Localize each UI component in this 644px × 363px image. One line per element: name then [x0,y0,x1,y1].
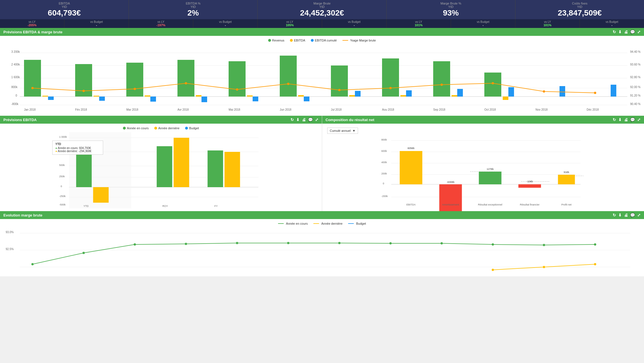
legend-revenus-dot [268,39,271,42]
evolution-section: Evolution marge brute ↻ ⬇ 🖨 💬 ⤢ Année en… [0,211,644,276]
comment-icon[interactable]: 💬 [630,30,635,34]
evolution-chart-area: Année en cours Année dernière Budget 93.… [0,219,644,276]
evolution-icons[interactable]: ↻ ⬇ 🖨 💬 ⤢ [613,213,641,217]
download-icon-3[interactable]: ⬇ [618,117,622,122]
comment-icon-3[interactable]: 💬 [630,117,635,122]
expand-icon-3[interactable]: ⤢ [637,117,641,122]
kpi-ebitda-sublabel: YtD [3,5,126,8]
vs-ebitda-budget-label: vs Budget [67,20,126,23]
download-icon[interactable]: ⬇ [618,30,622,34]
previsions-icons[interactable]: ↻ ⬇ 🖨 💬 ⤢ [613,30,641,34]
tooltip-annee-derniere: ● Année dernière: -294,368€ [55,150,100,153]
ev-dot-mai-cours [236,242,238,244]
comment-icon-4[interactable]: 💬 [630,213,635,217]
vs-marge-pct-budget-val: - [453,23,513,27]
bar-cumul-jan [48,97,54,100]
download-icon-2[interactable]: ⬇ [296,117,300,122]
y-right-9040: 90.40 % [630,102,641,106]
print-icon-4[interactable]: 🖨 [624,213,628,217]
evolution-svg: 93.0% 92.5% [3,228,644,273]
ytd-annee-cours-bar [76,153,92,187]
comp-except-bar [479,172,502,184]
kpi-ebitda-label: EBITDA [3,2,126,5]
vs-couts-budget-val: - [582,23,642,27]
refresh-icon[interactable]: ↻ [613,30,616,34]
bar-cumul-avr [201,97,207,102]
svg-text:400k: 400k [381,161,387,164]
x-ytd: YTD [84,205,89,207]
kpi-ebitda-value: 604,793€ [3,8,126,18]
y-label-2400k: 2 400k [11,63,20,66]
vs-marge-ly-label: vs LY [260,20,320,23]
refresh-icon-2[interactable]: ↻ [290,117,294,122]
y-label-800k: 800k [11,86,18,89]
kpi-couts-fixes-value: 23,847,509€ [518,8,641,18]
ev-dot-nov-derniere [543,266,545,268]
bar-revenus-avr [177,60,194,97]
x-roy: ROY [162,205,168,207]
dot-jul [338,89,341,91]
composition-dropdown[interactable]: Cumulé annuel ▼ [327,128,358,134]
ev-dot-nov-cours [543,244,545,246]
tooltip-annee-derniere-val: -294,368€ [79,150,91,153]
svg-text:200k: 200k [381,172,387,175]
legend-budget: Budget [185,126,199,130]
legend-ev-budget-line [348,223,354,224]
legend-annee-derniere: Année dernière [154,126,179,130]
legend-ebitda-cumul: EBITDA cumulé [311,39,337,42]
legend-annee-derniere-label: Année dernière [158,126,179,130]
y-right-9120: 91.20 % [630,94,641,97]
vs-ebitda-pct-ly-label: vs LY [131,20,191,23]
previsions-chart-svg: 3 200k 2 400k 1 600k 800k 0 -800k 94.40 … [3,44,644,112]
x-dec: Déc 2018 [587,108,599,111]
svg-text:600k: 600k [381,150,387,152]
x-nov: Nov 2018 [535,108,548,111]
kpi-ebitda-pct-label: EBITDA % [132,2,255,5]
expand-icon[interactable]: ⤢ [637,30,641,34]
refresh-icon-4[interactable]: ↻ [613,213,616,217]
vs-row: vs LY -205% vs Budget - vs LY -197% vs B… [0,19,644,28]
bar-ebitda-jan [42,96,48,97]
ev-dot-aou-cours [389,242,392,244]
comment-icon-2[interactable]: 💬 [308,117,313,122]
previsions-ebitda-icons[interactable]: ↻ ⬇ 🖨 💬 ⤢ [290,117,318,122]
expand-icon-4[interactable]: ⤢ [637,213,641,217]
bar-ebitda-avr [196,95,201,97]
bar-cumul-aou [406,90,412,97]
dot-jun [287,83,289,85]
dot-nov [543,90,545,93]
composition-section: Composition du résultat net ↻ ⬇ 🖨 💬 ⤢ Cu… [322,116,644,211]
legend-ev-annee-derniere-label: Année dernière [321,222,342,225]
x-ebitda: EBITDA [406,203,416,206]
x-amort: Amortissement [442,203,459,206]
ev-dot-avr-cours [185,243,187,245]
download-icon-4[interactable]: ⬇ [618,213,622,217]
comp-fin-bar [519,184,541,188]
comp-amort-label: -630€k [447,181,455,183]
ev-annee-cours-line [32,243,595,264]
print-icon[interactable]: 🖨 [624,30,628,34]
vs-marge-budget-label: vs Budget [324,20,384,23]
x-fin: Résultat financier [520,203,540,206]
ev-dot-dec-derniere [594,263,596,265]
print-icon-3[interactable]: 🖨 [624,117,628,122]
print-icon-2[interactable]: 🖨 [302,117,306,122]
previsions-ebitda-legend: Année en cours Année dernière Budget [3,126,319,130]
y-label-neg800k: -800k [11,102,19,106]
previsions-ebitda-chart: Année en cours Année dernière Budget YTD… [0,124,322,211]
x-mar: Mar 2018 [126,108,138,111]
composition-icons[interactable]: ↻ ⬇ 🖨 💬 ⤢ [613,117,641,122]
previsions-ebitda-title: Prévisions EBITDA [3,118,37,122]
composition-svg: 800k 600k 400k 200k 0 -200k 605€ [325,135,641,211]
chevron-down-icon: ▼ [352,129,355,132]
vs-marge-pct-budget: vs Budget - [451,19,515,28]
vs-ebitda-pct-budget: vs Budget - [193,19,258,28]
ev-dot-dec-cours [594,243,596,246]
svg-text:800k: 800k [381,138,387,141]
fy-annee-derniere-bar [225,152,240,187]
refresh-icon-3[interactable]: ↻ [613,117,616,122]
ev-dot-oct-cours [492,243,494,246]
expand-icon-2[interactable]: ⤢ [315,117,318,122]
evolution-legend: Année en cours Année dernière Budget [3,222,641,225]
legend-ev-budget-label: Budget [356,222,366,225]
